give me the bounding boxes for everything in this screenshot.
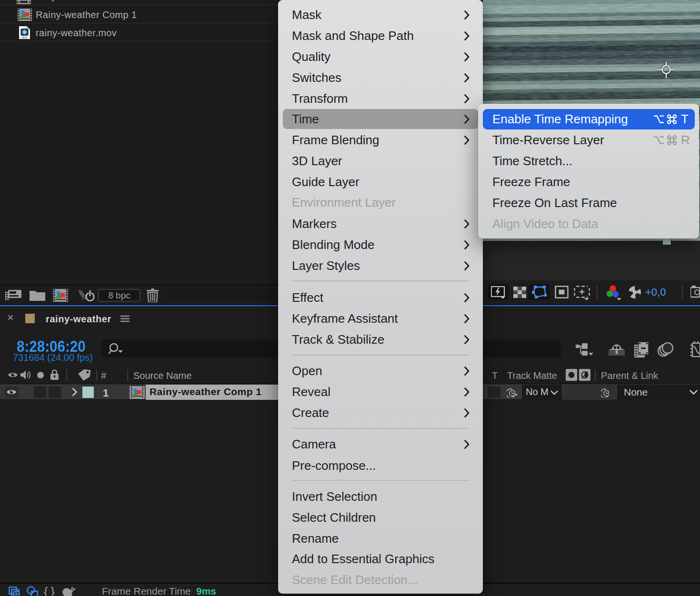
svg-text:MOV: MOV: [22, 36, 28, 39]
